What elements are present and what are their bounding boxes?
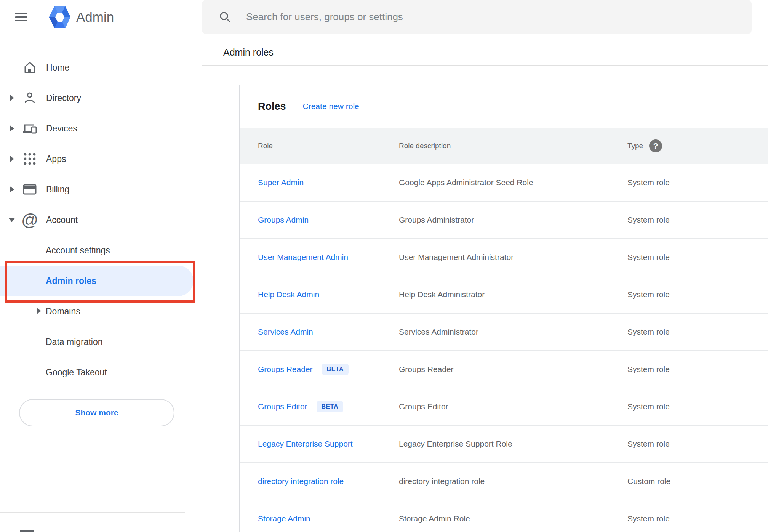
- sidebar-item-google-takeout[interactable]: Google Takeout: [0, 357, 202, 388]
- role-description: Groups Administrator: [399, 215, 627, 224]
- table-row: Super AdminGoogle Apps Administrator See…: [240, 164, 768, 202]
- role-type: System role: [627, 439, 768, 449]
- table-row: Groups ReaderBETAGroups ReaderSystem rol…: [240, 351, 768, 388]
- role-description: User Management Administrator: [399, 253, 627, 262]
- role-type: System role: [627, 215, 768, 224]
- apps-grid-icon: [22, 151, 38, 167]
- sidebar-item-label: Account: [46, 215, 78, 225]
- sidebar-item-apps[interactable]: Apps: [0, 144, 202, 174]
- roles-table-header: Role Role description Type ?: [240, 128, 768, 164]
- sidebar-item-account-settings[interactable]: Account settings: [0, 235, 202, 266]
- devices-icon: [22, 121, 38, 136]
- roles-card: Roles Create new role Role Role descript…: [239, 85, 768, 532]
- role-description: Services Administrator: [399, 327, 627, 337]
- chevron-down-icon[interactable]: [7, 218, 17, 222]
- role-description: Legacy Enterprise Support Role: [399, 439, 627, 449]
- sidebar-item-label: Apps: [46, 154, 66, 164]
- role-link[interactable]: Groups Admin: [258, 215, 309, 224]
- table-row: directory integration roledirectory inte…: [240, 463, 768, 500]
- role-link[interactable]: Help Desk Admin: [258, 290, 319, 299]
- sidebar-item-label: Billing: [46, 184, 69, 195]
- sidebar-item-directory[interactable]: Directory: [0, 83, 202, 113]
- role-type: Custom role: [627, 477, 768, 486]
- role-type: System role: [627, 253, 768, 262]
- roles-card-title: Roles: [258, 101, 286, 112]
- role-description: Storage Admin Role: [399, 514, 627, 523]
- chevron-right-icon[interactable]: [37, 308, 41, 314]
- sidebar: Admin HomeDirectoryDevicesAppsBilling@Ac…: [0, 0, 202, 532]
- table-row: Groups AdminGroups AdministratorSystem r…: [240, 202, 768, 239]
- sidebar-item-devices[interactable]: Devices: [0, 113, 202, 144]
- table-row: Groups EditorBETAGroups EditorSystem rol…: [240, 388, 768, 426]
- sidebar-item-data-migration[interactable]: Data migration: [0, 327, 202, 357]
- hamburger-menu-icon[interactable]: [15, 11, 27, 23]
- sidebar-divider: [0, 512, 185, 513]
- help-icon[interactable]: ?: [649, 139, 662, 152]
- sidebar-item-home[interactable]: Home: [0, 52, 202, 83]
- table-row: Legacy Enterprise SupportLegacy Enterpri…: [240, 426, 768, 463]
- table-row: Services AdminServices AdministratorSyst…: [240, 314, 768, 351]
- roles-table-body: Super AdminGoogle Apps Administrator See…: [240, 164, 768, 532]
- role-link[interactable]: directory integration role: [258, 477, 344, 486]
- chevron-right-icon[interactable]: [7, 186, 17, 193]
- chevron-right-icon[interactable]: [7, 155, 17, 162]
- sidebar-subitem-label: Data migration: [46, 337, 103, 347]
- sidebar-item-label: Directory: [46, 93, 81, 103]
- beta-badge: BETA: [317, 401, 343, 412]
- at-sign-icon: @: [22, 212, 38, 228]
- page-title: Admin roles: [223, 47, 274, 58]
- table-row: Storage AdminStorage Admin RoleSystem ro…: [240, 500, 768, 532]
- home-icon: [22, 60, 38, 75]
- sidebar-subitem-label: Admin roles: [46, 276, 96, 286]
- sidebar-item-domains[interactable]: Domains: [0, 296, 202, 327]
- chevron-right-icon[interactable]: [7, 125, 17, 132]
- show-more-button[interactable]: Show more: [19, 399, 174, 426]
- credit-card-icon: [22, 182, 38, 197]
- roles-card-header: Roles Create new role: [240, 85, 768, 128]
- role-type: System role: [627, 327, 768, 337]
- sidebar-subitem-label: Google Takeout: [46, 367, 107, 378]
- search-bar[interactable]: [202, 0, 752, 34]
- sidebar-nav: HomeDirectoryDevicesAppsBilling@AccountA…: [0, 52, 202, 388]
- sidebar-item-label: Home: [46, 62, 69, 73]
- role-description: Groups Editor: [399, 402, 627, 411]
- sidebar-subitem-label: Account settings: [46, 245, 110, 256]
- person-icon: [22, 90, 38, 106]
- role-type: System role: [627, 365, 768, 374]
- column-header-role: Role: [258, 142, 399, 150]
- role-type: System role: [627, 514, 768, 523]
- chevron-right-icon[interactable]: [7, 95, 17, 101]
- beta-badge: BETA: [322, 364, 349, 375]
- role-type: System role: [627, 402, 768, 411]
- role-description: Help Desk Administrator: [399, 290, 627, 299]
- role-link[interactable]: User Management Admin: [258, 253, 348, 262]
- role-link[interactable]: Legacy Enterprise Support: [258, 439, 353, 449]
- sidebar-item-account[interactable]: @Account: [0, 205, 202, 235]
- sidebar-item-billing[interactable]: Billing: [0, 174, 202, 205]
- sidebar-item-label: Devices: [46, 123, 77, 134]
- role-link[interactable]: Storage Admin: [258, 514, 310, 523]
- role-link[interactable]: Groups Editor: [258, 402, 307, 411]
- table-row: User Management AdminUser Management Adm…: [240, 239, 768, 276]
- app-title: Admin: [76, 10, 114, 25]
- role-link[interactable]: Groups Reader: [258, 365, 313, 374]
- table-row: Help Desk AdminHelp Desk AdministratorSy…: [240, 276, 768, 314]
- role-link[interactable]: Services Admin: [258, 327, 313, 337]
- role-link[interactable]: Super Admin: [258, 178, 304, 187]
- role-type: System role: [627, 178, 768, 187]
- search-icon: [219, 11, 232, 24]
- header-divider: [202, 65, 768, 66]
- admin-logo: Admin: [49, 5, 114, 30]
- sidebar-item-admin-roles[interactable]: Admin roles: [0, 266, 194, 296]
- role-description: directory integration role: [399, 477, 627, 486]
- role-description: Groups Reader: [399, 365, 627, 374]
- sidebar-header: Admin: [0, 0, 202, 34]
- role-type: System role: [627, 290, 768, 299]
- role-description: Google Apps Administrator Seed Role: [399, 178, 627, 187]
- clipped-bottom-icon: [20, 530, 34, 532]
- admin-hexagon-icon: [49, 5, 71, 30]
- column-header-role-description: Role description: [399, 142, 627, 150]
- column-header-type: Type: [627, 142, 643, 150]
- create-new-role-link[interactable]: Create new role: [303, 102, 359, 111]
- search-input[interactable]: [245, 11, 752, 23]
